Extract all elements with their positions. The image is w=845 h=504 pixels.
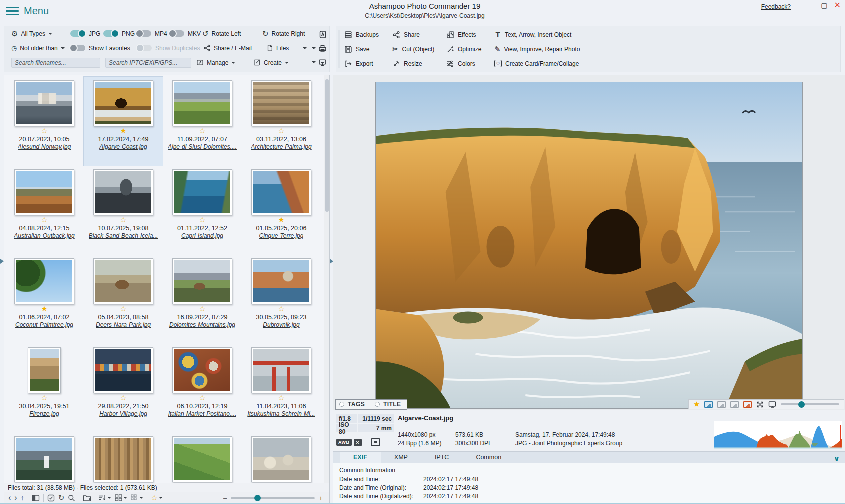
filetype-toggle[interactable]: PNG	[104, 30, 136, 37]
thumbnail-filename[interactable]: Harbor-Village.jpg	[100, 410, 148, 417]
zoom-slider-thumb[interactable]	[254, 495, 261, 501]
tab-tags[interactable]: TAGS	[336, 399, 372, 410]
metadata-tab[interactable]: Common	[462, 452, 515, 463]
favorite-star[interactable]	[278, 304, 284, 313]
favorite-star[interactable]	[278, 215, 284, 224]
chevron-down-icon[interactable]	[312, 61, 316, 65]
thumbnail-filename[interactable]: Algarve-Coast.jpg	[100, 143, 147, 150]
share-email-button[interactable]: Share / E-Mail	[204, 44, 260, 52]
favorite-star[interactable]	[278, 126, 284, 135]
panel-layout-button[interactable]	[32, 494, 40, 502]
preview-zoom-thumb[interactable]	[798, 401, 805, 408]
search-iptc-input[interactable]	[106, 58, 192, 68]
up-folder-button[interactable]: ↑	[21, 494, 24, 502]
toggle-switch[interactable]	[170, 30, 184, 37]
not-older-than-dropdown[interactable]: ◷ Not older than	[12, 45, 70, 52]
metadata-tab[interactable]: EXIF	[340, 452, 381, 463]
thumbnail-image[interactable]	[172, 258, 232, 304]
back-button[interactable]: ‹	[8, 493, 11, 502]
manage-dropdown[interactable]: Manage	[196, 59, 248, 66]
colors-button[interactable]: Colors	[446, 60, 494, 68]
browser-scrollbar[interactable]	[324, 75, 330, 483]
select-button[interactable]	[48, 494, 55, 502]
thumbnail[interactable]: 03.11.2022, 13:06 Architecture-Palma.jpg	[242, 77, 321, 166]
favorite-star[interactable]	[41, 215, 48, 224]
thumbnail-image[interactable]	[14, 436, 74, 482]
filetype-toggle[interactable]: JPG	[70, 30, 104, 37]
view-filmstrip-icon[interactable]	[730, 401, 739, 408]
thumbnail-image[interactable]	[94, 436, 154, 482]
thumbnail-image[interactable]	[252, 169, 312, 215]
thumbnail[interactable]: 06.10.2023, 12:19 Italian-Market-Positan…	[163, 344, 242, 433]
metadata-tab[interactable]: IPTC	[422, 452, 462, 463]
view-single-icon[interactable]	[704, 401, 713, 408]
thumbnail[interactable]: 10.07.2025, 19:08 Black-Sand-Beach-Icela…	[84, 166, 163, 255]
export-button[interactable]: Export	[344, 60, 392, 68]
thumbnail-filename[interactable]: Capri-Island.jpg	[182, 232, 224, 239]
monitor-icon[interactable]	[768, 401, 776, 408]
thumbnail-filename[interactable]: Cinque-Terre.jpg	[260, 232, 304, 239]
maximize-button[interactable]: ▢	[821, 2, 828, 9]
backups-button[interactable]: Backups	[344, 31, 392, 39]
toggle-switch[interactable]	[70, 45, 86, 51]
minimize-button[interactable]: —	[808, 2, 814, 9]
zoom-in-icon[interactable]: +	[319, 494, 323, 502]
favorite-star[interactable]	[41, 126, 48, 135]
thumbnail[interactable]: 30.04.2025, 19:51 Firenze.jpg	[5, 344, 84, 433]
thumbnail-image[interactable]	[252, 80, 312, 126]
thumbnail-filename[interactable]: Itsukushima-Schrein-Mi...	[248, 410, 315, 417]
zoom-slider[interactable]	[231, 497, 315, 499]
search-filenames-input[interactable]	[12, 58, 100, 68]
menu-label[interactable]: Menu	[24, 5, 49, 17]
create-dropdown[interactable]: Create	[254, 59, 289, 66]
printer-icon[interactable]	[318, 44, 327, 53]
thumbnail[interactable]: 16.09.2022, 07:29 Dolomites-Mountains.jp…	[163, 255, 242, 344]
thumbnail-image[interactable]	[94, 80, 154, 126]
thumbnail[interactable]: 17.02.2024, 17:49 Algarve-Coast.jpg	[84, 77, 163, 166]
thumbnail-filename[interactable]: Deers-Nara-Park.jpg	[96, 321, 151, 328]
chevron-down-icon[interactable]: ∨	[834, 454, 840, 463]
collapse-left-arrow[interactable]	[0, 259, 6, 264]
toggle-switch[interactable]	[136, 30, 152, 37]
view-grid-dropdown[interactable]	[115, 494, 128, 501]
thumbnail-partial[interactable]	[163, 433, 242, 483]
thumbnail-image[interactable]	[14, 169, 74, 215]
chevron-down-icon[interactable]	[312, 47, 316, 51]
thumbnail-filename[interactable]: Black-Sand-Beach-Icela...	[89, 232, 158, 239]
thumbnail-image[interactable]	[172, 80, 232, 126]
favorite-star[interactable]	[199, 215, 206, 224]
effects-button[interactable]: Effects	[446, 31, 494, 39]
metadata-tab[interactable]: XMP	[381, 452, 422, 463]
favorite-star[interactable]	[199, 304, 206, 313]
second-display-icon[interactable]	[318, 58, 327, 67]
filetype-toggle[interactable]: MKV	[170, 30, 202, 37]
thumbnail-image[interactable]	[94, 169, 154, 215]
thumbnail[interactable]: 20.07.2023, 10:05 Alesund-Norway.jpg	[5, 77, 84, 166]
thumbnail[interactable]: 04.08.2024, 12:15 Australian-Outback.jpg	[5, 166, 84, 255]
favorite-star[interactable]	[120, 393, 126, 402]
preview-photo[interactable]	[376, 82, 803, 409]
hamburger-menu-icon[interactable]	[6, 7, 19, 16]
refresh-button[interactable]: ↻	[58, 493, 65, 502]
thumbnail-filename[interactable]: Australian-Outback.jpg	[14, 232, 74, 239]
favorites-filter-dropdown[interactable]	[151, 494, 162, 502]
feedback-link[interactable]: Feedback?	[762, 3, 791, 10]
thumbnail-partial[interactable]	[84, 433, 163, 483]
favorite-star[interactable]	[199, 126, 206, 135]
thumbnail-image[interactable]	[172, 436, 232, 482]
thumbnail-image[interactable]	[94, 347, 154, 393]
thumbnail[interactable]: 30.05.2025, 09:23 Dubrovnik.jpg	[242, 255, 321, 344]
all-types-dropdown[interactable]: ⚙ All Types	[12, 30, 70, 37]
thumbnail[interactable]: 01.11.2022, 12:52 Capri-Island.jpg	[163, 166, 242, 255]
thumbnail[interactable]: 11.09.2022, 07:07 Alpe-di-Siusi-Dolomite…	[163, 77, 242, 166]
fullscreen-icon[interactable]	[756, 401, 764, 408]
thumbnail-filename[interactable]: Architecture-Palma.jpg	[251, 143, 312, 150]
files-dropdown[interactable]: Files	[266, 44, 307, 52]
thumbnail-filename[interactable]: Alesund-Norway.jpg	[18, 143, 72, 150]
thumbnail-filename[interactable]: Italian-Market-Positano....	[168, 410, 237, 417]
thumbnail-image[interactable]	[94, 258, 154, 304]
view-original-icon[interactable]	[744, 401, 752, 408]
thumbnail-image[interactable]	[14, 258, 74, 304]
text-arrow-insert-button[interactable]: T Text, Arrow, Insert Object	[494, 30, 580, 39]
pdf-export-icon[interactable]	[319, 30, 327, 39]
